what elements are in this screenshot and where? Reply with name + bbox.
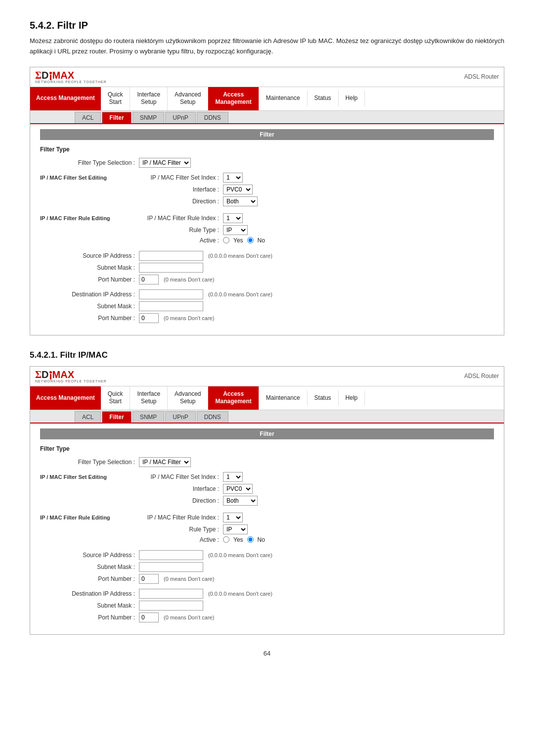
active-yes-radio-2[interactable] [223, 536, 229, 543]
active-no-label-2: No [258, 536, 265, 543]
router-ui-box-1: Σ D MAX NETWORKING PEOPLE TOGETHER ADSL … [30, 67, 504, 335]
nav-maintenance-2[interactable]: Maintenance [259, 390, 308, 406]
nav-maintenance[interactable]: Maintenance [259, 91, 308, 106]
subsection-title: 5.4.2.1. Filtr IP/MAC [30, 350, 504, 360]
router-header-2: Σ D MAX NETWORKING PEOPLE TOGETHER ADSL … [30, 367, 504, 386]
set-index-row: IP / MAC Filter Set Index : 1 [124, 173, 494, 183]
dst-mask-input-2[interactable] [139, 601, 203, 611]
nav-quick-start[interactable]: QuickStart [101, 87, 131, 110]
dst-port-hint-2: (0 means Don't care) [164, 614, 214, 620]
filter-type-selection-label-2: Filter Type Selection : [40, 459, 139, 466]
nav-access-management-tab-2[interactable]: AccessManagement [208, 386, 259, 410]
rule-editing-label: IP / MAC Filter Rule Editing [40, 213, 124, 246]
nav-help-2[interactable]: Help [339, 390, 365, 406]
content-area-1: Filter Filter Type Filter Type Selection… [30, 124, 504, 335]
dst-ip-label-2: Destination IP Address : [40, 590, 139, 597]
src-port-row: Port Number : (0 means Don't care) [40, 275, 494, 284]
router-ui-box-2: Σ D MAX NETWORKING PEOPLE TOGETHER ADSL … [30, 366, 504, 635]
sub-tab-filter[interactable]: Filter [102, 112, 131, 123]
dst-ip-hint: (0.0.0.0 means Don't care) [208, 291, 272, 297]
rule-index-select[interactable]: 1 [223, 213, 243, 223]
src-mask-control-2 [139, 562, 203, 572]
src-mask-input[interactable] [139, 263, 203, 273]
src-port-input[interactable] [139, 275, 159, 284]
sub-tab-snmp-2[interactable]: SNMP [133, 411, 165, 423]
sub-tab-upnp-2[interactable]: UPnP [165, 411, 195, 423]
nav-advanced-setup[interactable]: AdvancedSetup [168, 87, 208, 110]
nav-items-2: QuickStart InterfaceSetup AdvancedSetup … [101, 386, 504, 410]
nav-access-management[interactable]: Access Management [30, 87, 101, 110]
filter-type-select[interactable]: IP / MAC Filter [139, 158, 191, 168]
src-port-control: (0 means Don't care) [139, 275, 214, 284]
dst-mask-input[interactable] [139, 301, 203, 311]
active-control: Yes No [223, 237, 265, 244]
nav-status-2[interactable]: Status [308, 390, 339, 406]
interface-control-2: PVC0 [223, 484, 253, 494]
sub-tab-ddns[interactable]: DDNS [197, 112, 228, 123]
interface-label-2: Interface : [124, 485, 223, 492]
dst-port-control: (0 means Don't care) [139, 313, 214, 323]
sub-nav-2: ACL Filter SNMP UPnP DDNS [30, 410, 504, 424]
rule-type-row-2: Rule Type : IP [124, 524, 494, 534]
filter-type-select-2[interactable]: IP / MAC Filter [139, 457, 191, 467]
set-editing-label-2: IP / MAC Filter Set Editing [40, 472, 124, 508]
dst-port-input-2[interactable] [139, 613, 159, 622]
nav-interface-setup-2[interactable]: InterfaceSetup [130, 386, 168, 410]
direction-select-2[interactable]: Both [223, 496, 258, 506]
src-port-hint-2: (0 means Don't care) [164, 576, 214, 582]
nav-interface-setup[interactable]: InterfaceSetup [130, 87, 168, 110]
sub-tab-snmp[interactable]: SNMP [133, 112, 165, 123]
rule-type-select-2[interactable]: IP [223, 524, 248, 534]
dst-mask-row-2: Subnet Mask : [40, 601, 494, 611]
src-mask-row-2: Subnet Mask : [40, 562, 494, 572]
direction-row: Direction : Both [124, 196, 494, 206]
active-yes-radio[interactable] [223, 237, 229, 243]
interface-select[interactable]: PVC0 [223, 185, 253, 194]
sub-tab-acl-2[interactable]: ACL [75, 411, 101, 423]
nav-status[interactable]: Status [308, 91, 339, 106]
sub-tab-ddns-2[interactable]: DDNS [197, 411, 228, 423]
direction-label: Direction : [124, 198, 223, 205]
rule-index-control-2: 1 [223, 513, 243, 522]
interface-select-2[interactable]: PVC0 [223, 484, 253, 494]
nav-access-management-tab[interactable]: AccessManagement [208, 87, 259, 110]
nav-quick-start-2[interactable]: QuickStart [101, 386, 131, 410]
rule-index-select-2[interactable]: 1 [223, 513, 243, 522]
direction-label-2: Direction : [124, 497, 223, 504]
src-mask-input-2[interactable] [139, 562, 203, 572]
src-ip-input-2[interactable] [139, 550, 203, 560]
dst-ip-hint-2: (0.0.0.0 means Don't care) [208, 591, 272, 597]
sub-tab-acl[interactable]: ACL [75, 112, 101, 123]
sub-tab-filter-2[interactable]: Filter [102, 411, 131, 423]
rule-type-select[interactable]: IP [223, 225, 248, 235]
set-index-select[interactable]: 1 [223, 173, 243, 183]
active-label: Active : [124, 237, 223, 244]
dst-mask-label: Subnet Mask : [40, 303, 139, 310]
direction-control-2: Both [223, 496, 258, 506]
src-ip-input[interactable] [139, 251, 203, 261]
sub-tab-upnp[interactable]: UPnP [165, 112, 195, 123]
dst-ip-input[interactable] [139, 289, 203, 299]
logo-i-dot-2 [49, 371, 52, 374]
nav-advanced-setup-2[interactable]: AdvancedSetup [168, 386, 208, 410]
section-description: Możesz zabronić dostępu do routera niekt… [30, 36, 504, 57]
active-no-radio-2[interactable] [247, 536, 254, 543]
nav-access-management-2[interactable]: Access Management [30, 386, 101, 410]
direction-select[interactable]: Both [223, 196, 258, 206]
src-port-input-2[interactable] [139, 574, 159, 584]
logo-sigma-2: Σ [35, 370, 42, 379]
active-row: Active : Yes No [124, 237, 494, 244]
rule-editing-forms: IP / MAC Filter Rule Index : 1 Rule Type… [124, 213, 494, 246]
dst-port-input[interactable] [139, 313, 159, 323]
filter-type-row: Filter Type Selection : IP / MAC Filter [40, 158, 494, 168]
set-editing-forms: IP / MAC Filter Set Index : 1 Interface … [124, 173, 494, 208]
dst-ip-input-2[interactable] [139, 589, 203, 599]
filter-type-selection-label: Filter Type Selection : [40, 159, 139, 166]
set-index-select-2[interactable]: 1 [223, 472, 243, 482]
active-no-radio[interactable] [247, 237, 254, 243]
interface-row-2: Interface : PVC0 [124, 484, 494, 494]
direction-control: Both [223, 196, 258, 206]
adsl-label: ADSL Router [464, 73, 499, 80]
nav-help[interactable]: Help [339, 91, 365, 106]
active-yes-label: Yes [233, 237, 243, 244]
